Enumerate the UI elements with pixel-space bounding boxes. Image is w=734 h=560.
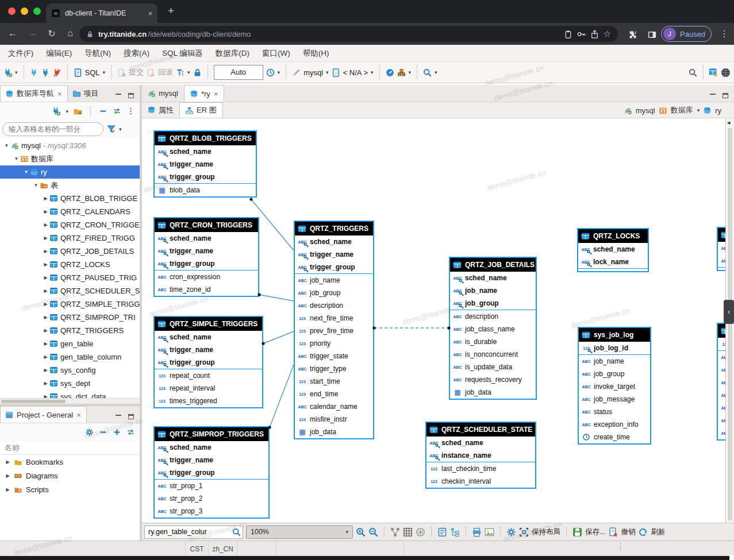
- er-column[interactable]: ABC: [718, 389, 725, 401]
- er-column-pk[interactable]: ABCsched_name: [450, 272, 536, 284]
- er-column-pk[interactable]: ABCsched_name: [155, 441, 268, 454]
- save-label[interactable]: 保存...: [585, 527, 605, 537]
- er-column[interactable]: ABCjob_class_name: [450, 323, 536, 335]
- er-column[interactable]: ABC: [718, 351, 725, 364]
- er-column[interactable]: 123start_time: [295, 375, 373, 388]
- view-menu-kebab-icon[interactable]: [126, 107, 135, 115]
- routing-icon[interactable]: [416, 527, 425, 537]
- expand-arrow-icon[interactable]: ▶: [41, 235, 50, 241]
- er-column[interactable]: ABCdescription: [295, 299, 373, 312]
- er-column[interactable]: ABC: [718, 376, 725, 389]
- disconnect-icon[interactable]: [53, 68, 62, 77]
- menu-item-5[interactable]: 数据库(D): [216, 48, 249, 59]
- lock-icon[interactable]: [193, 68, 202, 77]
- expand-arrow-icon[interactable]: ▶: [41, 222, 50, 227]
- collapse-all-icon[interactable]: [99, 107, 107, 115]
- er-column[interactable]: ABCis_nonconcurrent: [450, 348, 536, 361]
- er-column[interactable]: ABCrequests_recovery: [450, 373, 536, 386]
- new-table-icon[interactable]: [709, 68, 718, 77]
- tree-item-sys_dept[interactable]: ▶sys_dept: [0, 377, 140, 390]
- er-column-pk[interactable]: ABCsched_name: [295, 235, 373, 248]
- expand-arrow-icon[interactable]: ▶: [41, 209, 50, 214]
- er-column[interactable]: ABCstatus: [579, 405, 650, 418]
- palette-flyout-handle[interactable]: ‹: [724, 300, 734, 324]
- tree-item-表[interactable]: ▼表: [0, 179, 140, 192]
- er-table-QRTZ_BLOB_TRIGGERS[interactable]: QRTZ_BLOB_TRIGGERSABCsched_nameABCtrigge…: [153, 130, 257, 198]
- er-column[interactable]: 123end_time: [295, 388, 373, 400]
- er-column[interactable]: ABCjob_group: [295, 287, 373, 299]
- tab-close-icon[interactable]: ×: [148, 9, 152, 18]
- rollback-icon[interactable]: [147, 68, 155, 77]
- er-column-pk[interactable]: ABCtrigger_name: [155, 343, 262, 356]
- tree-item-QRTZ_SCHEDULER_S[interactable]: ▶QRTZ_SCHEDULER_S: [0, 284, 140, 298]
- collapse-arrow-icon[interactable]: ▼: [32, 183, 40, 188]
- er-column-pk[interactable]: ABCjob_group: [450, 297, 536, 310]
- expand-arrow-icon[interactable]: ▶: [41, 302, 50, 307]
- table-filter-input[interactable]: [2, 122, 103, 136]
- er-column-pk[interactable]: 123job_log_id: [579, 342, 650, 354]
- add-note-icon[interactable]: [437, 527, 447, 537]
- er-table-QRTZ_SCHEDULER_STATE[interactable]: QRTZ_SCHEDULER_STATEABCsched_nameABCinst…: [425, 422, 536, 489]
- project-item-Bookmarks[interactable]: ▶Bookmarks: [0, 455, 140, 469]
- expand-arrow-icon[interactable]: ▶: [41, 394, 50, 398]
- share-icon[interactable]: [590, 30, 599, 38]
- er-column-pk[interactable]: 123: [718, 338, 725, 350]
- er-column[interactable]: ABCis_update_data: [450, 361, 536, 373]
- connect-icon[interactable]: [30, 68, 39, 77]
- expand-arrow-icon[interactable]: ▶: [3, 459, 12, 465]
- new-tab-button[interactable]: +: [168, 5, 174, 17]
- transaction-log-icon[interactable]: [266, 68, 275, 77]
- tab-projects[interactable]: 项目: [68, 85, 104, 102]
- editor-minimize-icon[interactable]: [710, 94, 716, 98]
- expand-arrow-icon[interactable]: ▶: [41, 288, 50, 293]
- active-connection-label[interactable]: mysql: [303, 68, 323, 77]
- er-table-QRTZ_LOCKS[interactable]: QRTZ_LOCKSABCsched_nameABClock_name: [577, 228, 649, 272]
- commit-icon[interactable]: [117, 68, 126, 77]
- tree-item-gen_table_column[interactable]: ▶gen_table_column: [0, 350, 140, 364]
- diagram-search-input[interactable]: [144, 526, 243, 539]
- collapse-arrow-icon[interactable]: ▼: [12, 156, 21, 161]
- menu-item-1[interactable]: 编辑(E): [46, 48, 72, 59]
- menu-item-0[interactable]: 文件(F): [8, 48, 33, 59]
- collapse-arrow-icon[interactable]: ▼: [2, 143, 11, 148]
- zoom-out-icon[interactable]: [368, 527, 378, 537]
- er-column[interactable]: ABCstr_prop_2: [155, 492, 268, 505]
- er-column-pk[interactable]: ABCtrigger_group: [155, 466, 268, 479]
- er-column[interactable]: 123last_checkin_time: [426, 462, 535, 475]
- er-table-header[interactable]: QRTZ_SIMPROP_TRIGGERS: [155, 427, 268, 441]
- er-column[interactable]: ABC: [718, 401, 725, 414]
- breadcrumb-schema[interactable]: ry: [715, 106, 721, 115]
- filter-funnel-icon[interactable]: [107, 125, 116, 133]
- tasks-caret-icon[interactable]: ▾: [409, 69, 412, 75]
- panel-maximize-icon[interactable]: [128, 414, 134, 419]
- toggle-grid-icon[interactable]: [403, 527, 413, 537]
- tasks-icon[interactable]: [397, 68, 406, 77]
- select-frame-icon[interactable]: [519, 527, 529, 537]
- er-column[interactable]: ABCjob_message: [579, 393, 650, 405]
- new-connection-caret-icon[interactable]: ▾: [66, 109, 68, 114]
- er-table-clipped[interactable]: 123ABCABCABCABCABCABCABC: [717, 323, 725, 441]
- er-column[interactable]: ABCstr_prop_1: [155, 480, 268, 492]
- new-folder-icon[interactable]: [74, 107, 82, 115]
- profile-button[interactable]: J Paused: [661, 26, 712, 42]
- tree-item-ry[interactable]: ▼ry: [0, 165, 140, 179]
- editor-maximize-icon[interactable]: [723, 93, 728, 98]
- er-column-pk[interactable]: ABCtrigger_group: [295, 261, 373, 273]
- er-column[interactable]: 123checkin_interval: [426, 475, 535, 488]
- new-connection-caret-icon[interactable]: ▾: [15, 69, 18, 75]
- maximize-window-button[interactable]: [33, 7, 41, 15]
- tree-item-QRTZ_TRIGGERS[interactable]: ▶QRTZ_TRIGGERS: [0, 324, 140, 337]
- project-item-Diagrams[interactable]: ▶Diagrams: [0, 469, 140, 482]
- connection-caret-icon[interactable]: ▾: [326, 69, 329, 75]
- er-diagram-canvas[interactable]: QRTZ_BLOB_TRIGGERSABCsched_nameABCtrigge…: [142, 119, 725, 523]
- expand-arrow-icon[interactable]: ▶: [41, 249, 50, 254]
- er-column[interactable]: ABCtrigger_state: [295, 350, 373, 362]
- expand-arrow-icon[interactable]: ▶: [41, 341, 50, 346]
- reload-icon[interactable]: ↻: [45, 28, 59, 39]
- er-column-pk[interactable]: ABCjob_name: [450, 284, 536, 297]
- expand-arrow-icon[interactable]: ▶: [41, 354, 50, 360]
- zoom-in-icon[interactable]: [356, 527, 366, 537]
- browser-tab[interactable]: ‹t› db-client - TitanIDE ×: [46, 3, 157, 23]
- save-icon[interactable]: [572, 527, 582, 537]
- diagram-outline-icon[interactable]: [450, 527, 460, 537]
